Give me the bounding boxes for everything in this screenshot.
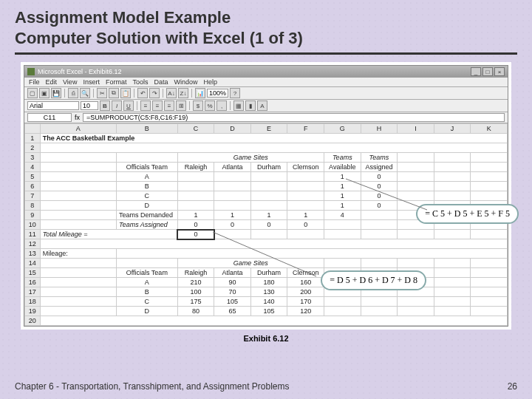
- close-button[interactable]: ×: [494, 67, 505, 76]
- menu-bar: File Edit View Insert Format Tools Data …: [24, 78, 508, 87]
- excel-app-icon: [27, 68, 35, 75]
- bold-icon[interactable]: B: [100, 100, 110, 111]
- borders-icon[interactable]: ▦: [233, 100, 244, 111]
- formatting-toolbar: Arial 10 B I U ≡ ≡ ≡ ⊞ $ % , ▦ ▮ A: [24, 100, 508, 112]
- row-14[interactable]: 14Game Sites: [25, 259, 508, 268]
- formula-input[interactable]: =SUMPRODUCT(C5:F8,C16:F19): [83, 113, 505, 122]
- merge-icon[interactable]: ⊞: [176, 100, 186, 111]
- row-16[interactable]: 16A21090180160: [25, 278, 508, 287]
- menu-tools[interactable]: Tools: [132, 78, 148, 86]
- row-6[interactable]: 6B10: [25, 182, 508, 191]
- font-name-select[interactable]: Arial: [27, 101, 79, 110]
- row-7[interactable]: 7C10: [25, 191, 508, 201]
- redo-icon[interactable]: ↷: [149, 88, 160, 98]
- underline-icon[interactable]: U: [123, 100, 134, 111]
- sort-desc-icon[interactable]: Z↓: [178, 88, 188, 98]
- minimize-button[interactable]: _: [471, 67, 481, 76]
- callout-h5-formula: = C 5 + D 5 + E 5 + F 5: [416, 204, 519, 224]
- align-center-icon[interactable]: ≡: [152, 100, 163, 111]
- menu-view[interactable]: View: [63, 78, 77, 86]
- row-2[interactable]: 2: [25, 143, 508, 153]
- row-1[interactable]: 1The ACC Basketball Example: [25, 134, 508, 143]
- menu-insert[interactable]: Insert: [83, 78, 100, 86]
- row-3[interactable]: 3Game SitesTeamsTeams: [25, 153, 508, 163]
- align-right-icon[interactable]: ≡: [164, 100, 174, 111]
- title-line1: Assignment Model Example: [15, 8, 231, 27]
- standard-toolbar: ▢ ▣ 💾 ⎙ 🔍 ✂ ⧉ 📋 ↶ ↷ A↓ Z↓ 📊 100% ?: [24, 87, 508, 100]
- row-12[interactable]: 12: [25, 239, 508, 249]
- row-18[interactable]: 18C175105140170: [25, 297, 508, 307]
- row-17[interactable]: 17B10070130200: [25, 287, 508, 297]
- new-icon[interactable]: ▢: [27, 88, 38, 98]
- fill-color-icon[interactable]: ▮: [245, 100, 256, 111]
- formula-bar: C11 fx =SUMPRODUCT(C5:F8,C16:F19): [24, 112, 508, 123]
- menu-format[interactable]: Format: [106, 78, 127, 86]
- window-titlebar: Microsoft Excel - Exhibit6.12 _ □ ×: [24, 66, 508, 78]
- print-icon[interactable]: ⎙: [68, 88, 78, 98]
- window-title: Microsoft Excel - Exhibit6.12: [38, 68, 122, 75]
- font-size-select[interactable]: 10: [81, 101, 98, 110]
- font-color-icon[interactable]: A: [257, 100, 267, 111]
- undo-icon[interactable]: ↶: [137, 88, 148, 98]
- paste-icon[interactable]: 📋: [120, 88, 131, 98]
- align-left-icon[interactable]: ≡: [140, 100, 151, 111]
- italic-icon[interactable]: I: [112, 100, 122, 111]
- worksheet[interactable]: ABCDEFGHIJK 1The ACC Basketball Example …: [24, 123, 508, 326]
- row-4[interactable]: 4Officials TeamRaleighAtlantaDurhamClems…: [25, 163, 508, 172]
- callout-d10-formula: = D 5 + D 6 + D 7 + D 8: [321, 270, 426, 290]
- help-icon[interactable]: ?: [230, 88, 240, 98]
- menu-data[interactable]: Data: [154, 78, 168, 86]
- fx-icon[interactable]: fx: [75, 114, 80, 121]
- sheet-title: The ACC Basketball Example: [40, 134, 507, 143]
- preview-icon[interactable]: 🔍: [80, 88, 90, 98]
- save-icon[interactable]: 💾: [51, 88, 61, 98]
- name-box[interactable]: C11: [27, 113, 72, 122]
- menu-help[interactable]: Help: [203, 78, 217, 86]
- menu-file[interactable]: File: [29, 78, 40, 86]
- chart-icon[interactable]: 📊: [195, 88, 205, 98]
- row-20[interactable]: 20: [25, 316, 508, 326]
- copy-icon[interactable]: ⧉: [109, 88, 119, 98]
- maximize-button[interactable]: □: [482, 67, 493, 76]
- cut-icon[interactable]: ✂: [97, 88, 107, 98]
- sort-asc-icon[interactable]: A↓: [166, 88, 177, 98]
- row-15[interactable]: 15Officials TeamRaleighAtlantaDurhamClem…: [25, 268, 508, 278]
- footer-chapter: Chapter 6 - Transportation, Transshipmen…: [15, 381, 290, 392]
- row-19[interactable]: 19D8065105120: [25, 307, 508, 316]
- title-rule: [15, 52, 517, 55]
- row-11[interactable]: 11Total Mileage =0: [25, 230, 508, 239]
- menu-edit[interactable]: Edit: [46, 78, 58, 86]
- row-5[interactable]: 5A10: [25, 172, 508, 182]
- currency-icon[interactable]: $: [193, 100, 203, 111]
- zoom-select[interactable]: 100%: [207, 89, 228, 98]
- open-icon[interactable]: ▣: [39, 88, 50, 98]
- comma-icon[interactable]: ,: [216, 100, 227, 111]
- menu-window[interactable]: Window: [174, 78, 197, 86]
- percent-icon[interactable]: %: [205, 100, 215, 111]
- exhibit-label: Exhibit 6.12: [15, 334, 517, 343]
- title-line2: Computer Solution with Excel (1 of 3): [15, 29, 303, 47]
- footer-page: 26: [508, 381, 517, 392]
- col-headers: ABCDEFGHIJK: [25, 124, 508, 134]
- excel-screenshot: Microsoft Excel - Exhibit6.12 _ □ × File…: [21, 62, 511, 330]
- row-13[interactable]: 13Mileage:: [25, 249, 508, 259]
